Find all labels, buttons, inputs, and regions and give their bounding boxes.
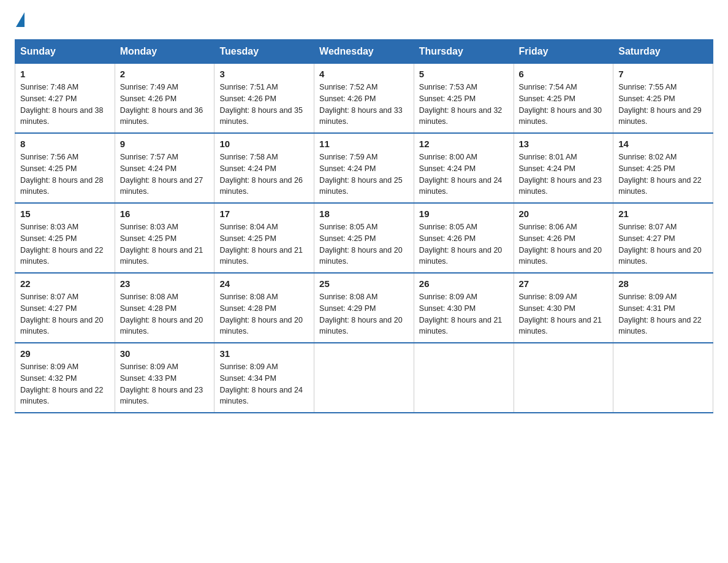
weekday-header-sunday: Sunday <box>15 40 115 64</box>
day-number: 14 <box>618 139 708 149</box>
day-number: 30 <box>120 348 210 359</box>
calendar-cell: 10 Sunrise: 7:58 AMSunset: 4:24 PMDaylig… <box>214 133 314 203</box>
day-number: 16 <box>120 209 210 219</box>
day-number: 21 <box>618 209 708 219</box>
day-number: 11 <box>319 139 409 149</box>
calendar-cell: 9 Sunrise: 7:57 AMSunset: 4:24 PMDayligh… <box>115 133 214 203</box>
weekday-header-thursday: Thursday <box>414 40 514 64</box>
weekday-header-monday: Monday <box>115 40 214 64</box>
day-number: 18 <box>319 209 409 219</box>
day-info: Sunrise: 8:03 AMSunset: 4:25 PMDaylight:… <box>120 223 203 266</box>
day-number: 5 <box>419 69 509 79</box>
day-number: 9 <box>120 139 210 149</box>
day-number: 20 <box>519 209 609 219</box>
day-info: Sunrise: 8:09 AMSunset: 4:31 PMDaylight:… <box>618 293 702 335</box>
calendar-cell: 24 Sunrise: 8:08 AMSunset: 4:28 PMDaylig… <box>214 273 314 343</box>
day-info: Sunrise: 8:09 AMSunset: 4:30 PMDaylight:… <box>419 293 502 335</box>
day-info: Sunrise: 7:48 AMSunset: 4:27 PMDaylight:… <box>20 83 104 126</box>
day-info: Sunrise: 8:02 AMSunset: 4:25 PMDaylight:… <box>618 153 702 196</box>
weekday-header-saturday: Saturday <box>613 40 713 64</box>
calendar-cell: 3 Sunrise: 7:51 AMSunset: 4:26 PMDayligh… <box>214 64 314 134</box>
day-number: 7 <box>618 69 708 79</box>
day-number: 26 <box>419 278 509 289</box>
day-info: Sunrise: 8:07 AMSunset: 4:27 PMDaylight:… <box>20 293 104 335</box>
day-info: Sunrise: 8:05 AMSunset: 4:26 PMDaylight:… <box>419 223 502 266</box>
day-info: Sunrise: 8:09 AMSunset: 4:32 PMDaylight:… <box>20 362 104 405</box>
day-info: Sunrise: 8:09 AMSunset: 4:30 PMDaylight:… <box>519 293 602 335</box>
day-info: Sunrise: 8:04 AMSunset: 4:25 PMDaylight:… <box>219 223 303 266</box>
day-info: Sunrise: 7:58 AMSunset: 4:24 PMDaylight:… <box>219 153 303 196</box>
day-info: Sunrise: 8:03 AMSunset: 4:25 PMDaylight:… <box>20 223 104 266</box>
calendar-cell <box>514 343 613 413</box>
calendar-cell: 17 Sunrise: 8:04 AMSunset: 4:25 PMDaylig… <box>214 203 314 273</box>
week-row-3: 15 Sunrise: 8:03 AMSunset: 4:25 PMDaylig… <box>15 203 713 273</box>
day-number: 10 <box>219 139 309 149</box>
day-number: 17 <box>219 209 309 219</box>
calendar-cell: 16 Sunrise: 8:03 AMSunset: 4:25 PMDaylig… <box>115 203 214 273</box>
calendar-cell: 5 Sunrise: 7:53 AMSunset: 4:25 PMDayligh… <box>414 64 514 134</box>
calendar-cell: 29 Sunrise: 8:09 AMSunset: 4:32 PMDaylig… <box>15 343 115 413</box>
day-number: 3 <box>219 69 309 79</box>
day-number: 28 <box>618 278 708 289</box>
day-number: 15 <box>20 209 110 219</box>
calendar-cell <box>613 343 713 413</box>
day-info: Sunrise: 7:59 AMSunset: 4:24 PMDaylight:… <box>319 153 403 196</box>
calendar-cell: 21 Sunrise: 8:07 AMSunset: 4:27 PMDaylig… <box>613 203 713 273</box>
day-info: Sunrise: 8:01 AMSunset: 4:24 PMDaylight:… <box>519 153 602 196</box>
day-number: 29 <box>20 348 110 359</box>
day-info: Sunrise: 8:06 AMSunset: 4:26 PMDaylight:… <box>519 223 602 266</box>
day-number: 24 <box>219 278 309 289</box>
day-info: Sunrise: 8:05 AMSunset: 4:25 PMDaylight:… <box>319 223 403 266</box>
calendar-cell: 19 Sunrise: 8:05 AMSunset: 4:26 PMDaylig… <box>414 203 514 273</box>
calendar-cell: 1 Sunrise: 7:48 AMSunset: 4:27 PMDayligh… <box>15 64 115 134</box>
day-info: Sunrise: 7:51 AMSunset: 4:26 PMDaylight:… <box>219 83 303 126</box>
day-number: 2 <box>120 69 210 79</box>
week-row-1: 1 Sunrise: 7:48 AMSunset: 4:27 PMDayligh… <box>15 64 713 134</box>
day-info: Sunrise: 7:49 AMSunset: 4:26 PMDaylight:… <box>120 83 203 126</box>
day-number: 6 <box>519 69 609 79</box>
day-info: Sunrise: 7:52 AMSunset: 4:26 PMDaylight:… <box>319 83 403 126</box>
calendar-cell: 30 Sunrise: 8:09 AMSunset: 4:33 PMDaylig… <box>115 343 214 413</box>
day-info: Sunrise: 8:08 AMSunset: 4:29 PMDaylight:… <box>319 293 403 335</box>
calendar-cell: 27 Sunrise: 8:09 AMSunset: 4:30 PMDaylig… <box>514 273 613 343</box>
day-info: Sunrise: 7:56 AMSunset: 4:25 PMDaylight:… <box>20 153 104 196</box>
calendar-cell: 2 Sunrise: 7:49 AMSunset: 4:26 PMDayligh… <box>115 64 214 134</box>
calendar-cell: 31 Sunrise: 8:09 AMSunset: 4:34 PMDaylig… <box>214 343 314 413</box>
day-number: 8 <box>20 139 110 149</box>
day-info: Sunrise: 8:07 AMSunset: 4:27 PMDaylight:… <box>618 223 702 266</box>
day-info: Sunrise: 8:09 AMSunset: 4:34 PMDaylight:… <box>219 362 303 405</box>
day-number: 19 <box>419 209 509 219</box>
calendar-cell: 28 Sunrise: 8:09 AMSunset: 4:31 PMDaylig… <box>613 273 713 343</box>
calendar-cell: 26 Sunrise: 8:09 AMSunset: 4:30 PMDaylig… <box>414 273 514 343</box>
day-number: 4 <box>319 69 409 79</box>
day-info: Sunrise: 7:55 AMSunset: 4:25 PMDaylight:… <box>618 83 702 126</box>
day-info: Sunrise: 7:54 AMSunset: 4:25 PMDaylight:… <box>519 83 602 126</box>
day-number: 22 <box>20 278 110 289</box>
day-number: 12 <box>419 139 509 149</box>
calendar-cell: 7 Sunrise: 7:55 AMSunset: 4:25 PMDayligh… <box>613 64 713 134</box>
calendar-table: SundayMondayTuesdayWednesdayThursdayFrid… <box>15 39 713 413</box>
calendar-cell: 20 Sunrise: 8:06 AMSunset: 4:26 PMDaylig… <box>514 203 613 273</box>
day-info: Sunrise: 8:08 AMSunset: 4:28 PMDaylight:… <box>219 293 303 335</box>
weekday-header-wednesday: Wednesday <box>314 40 414 64</box>
calendar-cell: 22 Sunrise: 8:07 AMSunset: 4:27 PMDaylig… <box>15 273 115 343</box>
week-row-5: 29 Sunrise: 8:09 AMSunset: 4:32 PMDaylig… <box>15 343 713 413</box>
calendar-cell: 11 Sunrise: 7:59 AMSunset: 4:24 PMDaylig… <box>314 133 414 203</box>
day-number: 27 <box>519 278 609 289</box>
day-info: Sunrise: 8:08 AMSunset: 4:28 PMDaylight:… <box>120 293 203 335</box>
day-number: 13 <box>519 139 609 149</box>
calendar-cell: 13 Sunrise: 8:01 AMSunset: 4:24 PMDaylig… <box>514 133 613 203</box>
day-number: 23 <box>120 278 210 289</box>
day-info: Sunrise: 7:53 AMSunset: 4:25 PMDaylight:… <box>419 83 502 126</box>
weekday-header-row: SundayMondayTuesdayWednesdayThursdayFrid… <box>15 40 713 64</box>
calendar-cell: 12 Sunrise: 8:00 AMSunset: 4:24 PMDaylig… <box>414 133 514 203</box>
day-number: 25 <box>319 278 409 289</box>
week-row-4: 22 Sunrise: 8:07 AMSunset: 4:27 PMDaylig… <box>15 273 713 343</box>
calendar-cell: 6 Sunrise: 7:54 AMSunset: 4:25 PMDayligh… <box>514 64 613 134</box>
day-number: 31 <box>219 348 309 359</box>
calendar-cell: 15 Sunrise: 8:03 AMSunset: 4:25 PMDaylig… <box>15 203 115 273</box>
day-info: Sunrise: 7:57 AMSunset: 4:24 PMDaylight:… <box>120 153 203 196</box>
weekday-header-friday: Friday <box>514 40 613 64</box>
day-info: Sunrise: 8:09 AMSunset: 4:33 PMDaylight:… <box>120 362 203 405</box>
calendar-cell <box>414 343 514 413</box>
